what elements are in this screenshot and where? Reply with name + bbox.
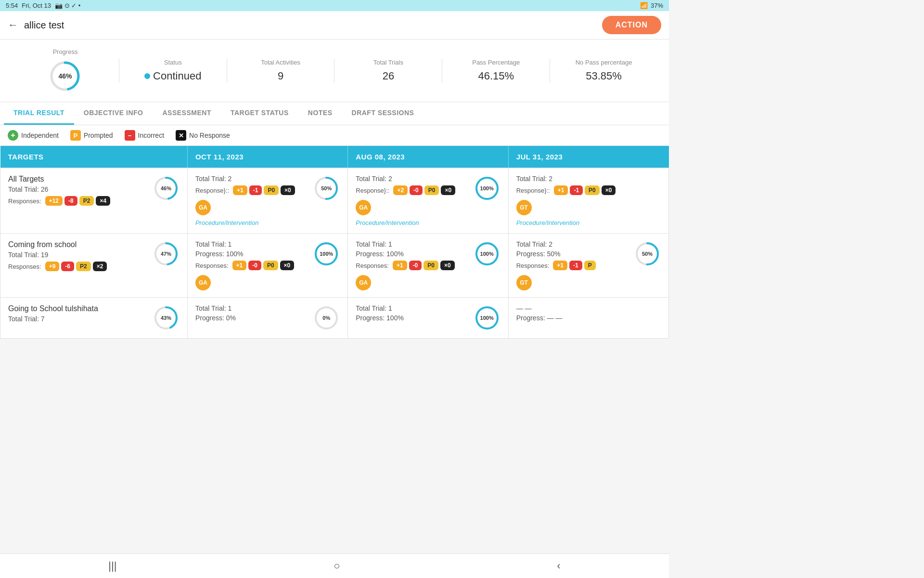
response-badge: -0	[409, 261, 422, 270]
response-badge: +2	[393, 185, 408, 195]
pass-percentage-value: 46.15%	[478, 70, 514, 82]
legend-prompted: P Prompted	[70, 130, 113, 141]
tabs-bar: TRIAL RESULT OBJECTIVE INFO ASSESSMENT T…	[0, 102, 669, 125]
session-cell: Total Trial: 1 Progress: 100% Responses:…	[187, 234, 347, 298]
target-cell: Coming from school Total Trial: 19 Respo…	[0, 234, 188, 298]
session-ring-label: 100%	[320, 251, 333, 257]
noresponse-icon: ✕	[176, 130, 186, 141]
session-ring-label: 50%	[642, 251, 653, 257]
response-badge: ×0	[281, 185, 295, 195]
session-ring: 100%	[474, 304, 500, 331]
response-badge: +1	[233, 185, 247, 195]
battery-level: 37%	[651, 2, 663, 9]
session-ring: 50%	[313, 175, 340, 202]
procedure-link[interactable]: Procedure/Intervention	[516, 219, 661, 226]
independent-label: Independent	[21, 131, 59, 139]
app-header: ← allice test ACTION	[0, 11, 669, 39]
tab-objective-info[interactable]: OBJECTIVE INFO	[74, 102, 153, 125]
target-name: Coming from school	[8, 240, 153, 249]
status-time: 5:54	[6, 2, 18, 9]
response-badge: ×0	[440, 261, 455, 270]
data-table: TARGETS OCT 11, 2023 AUG 08, 2023 JUL 31…	[0, 146, 669, 339]
session-trial-count: Total Trial: 1	[356, 240, 473, 248]
wifi-icon: 📶	[640, 2, 648, 9]
tab-notes[interactable]: NOTES	[298, 102, 342, 125]
table-row: All Targets Total Trial: 26 Responses: +…	[0, 168, 669, 234]
session-trial-count: Total Trial: 2	[356, 175, 473, 183]
independent-icon: +	[8, 130, 18, 141]
session-responses: Response}:: +2-0P0×0	[356, 185, 473, 195]
response-badge: +12	[45, 196, 63, 206]
response-badge: P0	[264, 185, 279, 195]
target-ring-label: 43%	[161, 315, 171, 321]
session-responses: Responses: +1-0P0×0	[356, 261, 473, 270]
response-badge: ×0	[602, 185, 616, 195]
session-responses: Responses: +1-1P	[516, 261, 634, 270]
session-progress: Progress: 100%	[356, 250, 473, 258]
tab-assessment[interactable]: ASSESSMENT	[153, 102, 221, 125]
avatar: GT	[516, 275, 532, 290]
back-button[interactable]: ←	[8, 19, 18, 31]
incorrect-label: Incorrect	[138, 131, 164, 139]
response-badge: -1	[570, 185, 583, 195]
session-cell: Total Trial: 2 Response}:: +1-1P0×0 GT P…	[508, 168, 668, 234]
response-badge: ×0	[441, 185, 455, 195]
prompted-icon: P	[70, 130, 81, 141]
total-activities-value: 9	[278, 70, 283, 82]
response-badge: P0	[263, 261, 278, 270]
response-badge: P0	[424, 185, 439, 195]
session-ring-label: 0%	[322, 315, 330, 321]
action-button[interactable]: ACTION	[602, 16, 661, 34]
target-ring-label: 47%	[161, 251, 171, 257]
target-name: Going to School tulshihata	[8, 304, 153, 313]
procedure-link[interactable]: Procedure/Intervention	[356, 219, 473, 226]
total-trials-label: Total Trials	[373, 59, 403, 66]
response-badge: +9	[45, 262, 60, 271]
pass-percentage-stat: Pass Percentage 46.15%	[442, 59, 550, 82]
response-badge: ×2	[93, 262, 107, 271]
tab-target-status[interactable]: TARGET STATUS	[221, 102, 298, 125]
response-badge: -8	[64, 196, 77, 206]
no-pass-percentage-stat: No Pass percentage 53.85%	[550, 59, 657, 82]
target-cell: All Targets Total Trial: 26 Responses: +…	[0, 168, 188, 234]
legend-noresponse: ✕ No Response	[176, 130, 230, 141]
target-name: All Targets	[8, 175, 153, 184]
incorrect-icon: −	[125, 130, 135, 141]
session-cell: Total Trial: 1 Progress: 100% 100%	[348, 298, 508, 339]
session-ring: 100%	[474, 240, 500, 267]
progress-label: Progress	[52, 48, 77, 55]
procedure-link[interactable]: Procedure/Intervention	[195, 219, 313, 226]
no-pass-percentage-value: 53.85%	[586, 70, 622, 82]
session-ring-label: 50%	[321, 185, 332, 191]
session-ring-label: 100%	[480, 251, 494, 257]
noresponse-label: No Response	[189, 131, 230, 139]
session-ring-label: 100%	[480, 315, 494, 321]
tab-trial-result[interactable]: TRIAL RESULT	[4, 102, 74, 125]
header-date-1: OCT 11, 2023	[187, 146, 347, 168]
avatar: GA	[356, 275, 371, 290]
no-pass-percentage-label: No Pass percentage	[576, 59, 632, 66]
avatar: GT	[516, 200, 532, 215]
session-ring: 100%	[474, 175, 500, 202]
session-progress: Progress: 100%	[356, 314, 473, 322]
session-trial-count: Total Trial: 2	[516, 240, 634, 248]
target-trial-count: Total Trial: 26	[8, 185, 153, 193]
session-responses: Responses: +1-0P0×0	[195, 261, 313, 270]
target-ring: 46%	[153, 175, 180, 202]
status-icons: 📷 ⊙ ✓ •	[55, 2, 80, 9]
response-badge: -1	[249, 185, 262, 195]
progress-value: 46%	[58, 72, 72, 80]
legend-bar: + Independent P Prompted − Incorrect ✕ N…	[0, 125, 669, 146]
avatar: GA	[356, 200, 371, 215]
tab-draft-sessions[interactable]: DRAFT SESSIONS	[342, 102, 424, 125]
stats-row: Progress 46% Status Continued Total Acti…	[0, 39, 669, 102]
target-ring-label: 46%	[161, 185, 171, 191]
progress-circle: 46%	[48, 59, 82, 93]
session-cell: — — Progress: — —	[508, 298, 668, 339]
total-activities-stat: Total Activities 9	[227, 59, 334, 82]
target-ring: 47%	[153, 240, 180, 267]
pass-percentage-label: Pass Percentage	[472, 59, 520, 66]
status-bar: 5:54 Fri, Oct 13 📷 ⊙ ✓ • 📶 37%	[0, 0, 669, 11]
table-row: Going to School tulshihata Total Trial: …	[0, 298, 669, 339]
target-responses: Responses: +9-6P2×2	[8, 262, 153, 271]
